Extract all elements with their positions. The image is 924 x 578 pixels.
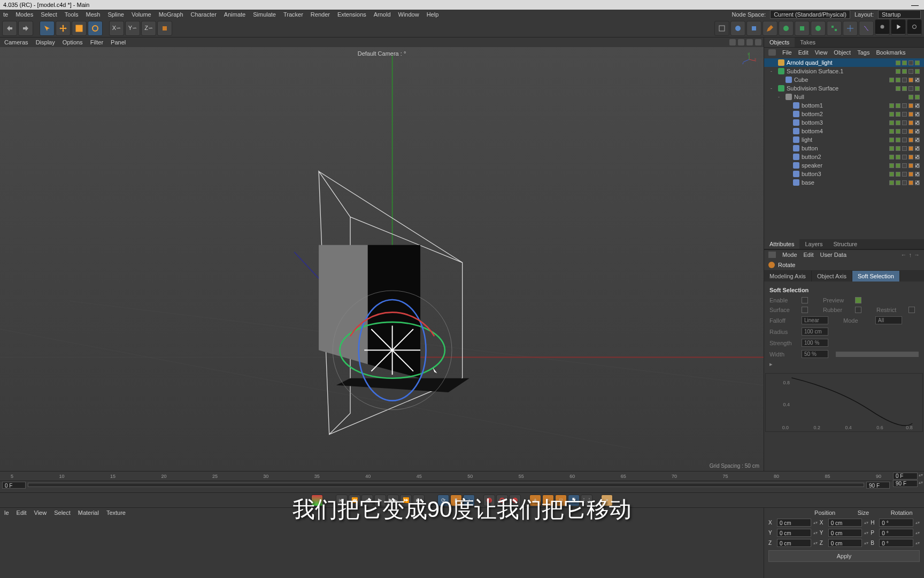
pos-y-field[interactable]: 0 cm: [777, 529, 811, 537]
menu-item[interactable]: Window: [398, 11, 419, 18]
z-lock[interactable]: Z∽: [141, 21, 156, 36]
timeline-ruler[interactable]: 51015202530354045505560657075808590: [0, 471, 892, 481]
object-row[interactable]: Arnold quad_light: [764, 58, 924, 67]
menu-item[interactable]: te: [3, 11, 8, 18]
menu-item[interactable]: Tools: [65, 11, 79, 18]
rotate-tool[interactable]: [88, 21, 103, 36]
object-row[interactable]: light: [764, 135, 924, 144]
render-region[interactable]: [730, 21, 745, 36]
vp-menu-item[interactable]: Options: [63, 39, 83, 45]
apply-button[interactable]: Apply: [768, 550, 920, 562]
scale-tool[interactable]: [72, 21, 87, 36]
pen-tool[interactable]: [763, 21, 777, 36]
radius-field[interactable]: 100 cm: [802, 328, 828, 336]
move-tool[interactable]: [56, 21, 71, 36]
minimize-icon[interactable]: —: [911, 1, 919, 9]
vp-menu-item[interactable]: Display: [36, 39, 55, 45]
rubber-checkbox[interactable]: [855, 307, 861, 313]
menu-item[interactable]: Volume: [132, 11, 151, 18]
time-field[interactable]: 90 F: [893, 480, 918, 487]
width-field[interactable]: 50 %: [802, 350, 828, 358]
strength-field[interactable]: 100 %: [802, 339, 828, 347]
redo-button[interactable]: [18, 21, 33, 36]
menu-item[interactable]: Mesh: [86, 11, 100, 18]
subtab-modeling[interactable]: Modeling Axis: [764, 271, 812, 282]
object-row[interactable]: button2: [764, 153, 924, 161]
menu-item[interactable]: Tracker: [283, 11, 303, 18]
size-x-field[interactable]: 0 cm: [828, 519, 863, 527]
mat-menu-item[interactable]: le: [4, 509, 9, 516]
menu-item[interactable]: Modes: [16, 11, 33, 18]
vp-nav-icon[interactable]: [738, 39, 744, 45]
mat-menu-item[interactable]: Texture: [106, 509, 126, 516]
falloff-graph[interactable]: 0.8 0.4 0.0 0.2 0.4 0.6 0.8: [765, 373, 923, 432]
object-row[interactable]: speaker: [764, 161, 924, 170]
vp-menu-item[interactable]: Panel: [111, 39, 126, 45]
deformer-tool[interactable]: [859, 21, 874, 36]
menu-item[interactable]: Extensions: [337, 11, 366, 18]
mat-menu-item[interactable]: Material: [78, 509, 99, 516]
attr-menu-item[interactable]: Edit: [804, 252, 814, 258]
om-menu-item[interactable]: Tags: [857, 49, 869, 56]
menu-item[interactable]: Animate: [224, 11, 245, 18]
pos-z-field[interactable]: 0 cm: [777, 539, 811, 547]
restrict-checkbox[interactable]: [908, 307, 915, 313]
object-tree[interactable]: Arnold quad_light-Subdivision Surface.1C…: [764, 57, 924, 239]
time-start-field[interactable]: 0 F: [2, 482, 26, 489]
nodespace-dropdown[interactable]: Current (Standard/Physical): [770, 10, 850, 19]
cloner-tool[interactable]: [827, 21, 842, 36]
settings-button[interactable]: [907, 19, 922, 34]
subtab-object[interactable]: Object Axis: [812, 271, 852, 282]
menu-item[interactable]: Select: [41, 11, 57, 18]
fwd-icon[interactable]: →: [914, 252, 920, 258]
time-end-field[interactable]: 90 F: [866, 482, 890, 489]
om-menu-item[interactable]: Edit: [798, 49, 808, 56]
vp-nav-icon[interactable]: [729, 39, 736, 45]
render-view[interactable]: [714, 21, 729, 36]
tab-objects[interactable]: Objects: [764, 37, 795, 47]
vp-nav-icon[interactable]: [746, 39, 753, 45]
object-row[interactable]: button: [764, 144, 924, 153]
layout-dropdown[interactable]: Startup: [878, 10, 921, 19]
object-row[interactable]: bottom3: [764, 118, 924, 127]
attr-menu-item[interactable]: Mode: [782, 252, 797, 258]
menu-item[interactable]: Arnold: [374, 11, 391, 18]
field-tool[interactable]: [843, 21, 858, 36]
preview-checkbox[interactable]: [855, 297, 861, 303]
object-row[interactable]: -Null: [764, 93, 924, 101]
menu-item[interactable]: Spline: [107, 11, 124, 18]
object-row[interactable]: button3: [764, 170, 924, 178]
size-z-field[interactable]: 0 cm: [828, 539, 863, 547]
mograph-tool[interactable]: [811, 21, 826, 36]
vp-menu-item[interactable]: Cameras: [4, 39, 28, 45]
object-row[interactable]: bottom1: [764, 101, 924, 110]
menu-icon[interactable]: [768, 49, 776, 56]
width-slider[interactable]: [836, 352, 919, 357]
coord-system[interactable]: [157, 21, 172, 36]
pos-x-field[interactable]: 0 cm: [777, 519, 811, 527]
object-row[interactable]: bottom4: [764, 127, 924, 135]
object-row[interactable]: bottom2: [764, 110, 924, 118]
up-icon[interactable]: ↑: [909, 252, 912, 258]
mat-menu-item[interactable]: View: [34, 509, 47, 516]
vp-nav-icon[interactable]: [755, 39, 761, 45]
tab-attributes[interactable]: Attributes: [764, 239, 799, 249]
time-field[interactable]: 0 F: [893, 473, 918, 480]
cube-tool[interactable]: [746, 21, 761, 36]
object-row[interactable]: -Subdivision Surface: [764, 84, 924, 93]
volume-tool[interactable]: [795, 21, 810, 36]
mat-menu-item[interactable]: Edit: [17, 509, 27, 516]
menu-item[interactable]: Simulate: [253, 11, 276, 18]
menu-item[interactable]: Help: [427, 11, 439, 18]
object-row[interactable]: Cube: [764, 75, 924, 84]
y-lock[interactable]: Y∽: [125, 21, 140, 36]
om-menu-item[interactable]: Object: [834, 49, 851, 56]
tab-structure[interactable]: Structure: [828, 239, 863, 249]
tab-layers[interactable]: Layers: [799, 239, 828, 249]
om-menu-item[interactable]: View: [815, 49, 828, 56]
om-menu-item[interactable]: File: [782, 49, 792, 56]
x-lock[interactable]: X∽: [109, 21, 124, 36]
subdiv-tool[interactable]: [779, 21, 794, 36]
falloff-select[interactable]: Linear: [802, 316, 828, 324]
rot-h-field[interactable]: 0 °: [879, 519, 913, 527]
